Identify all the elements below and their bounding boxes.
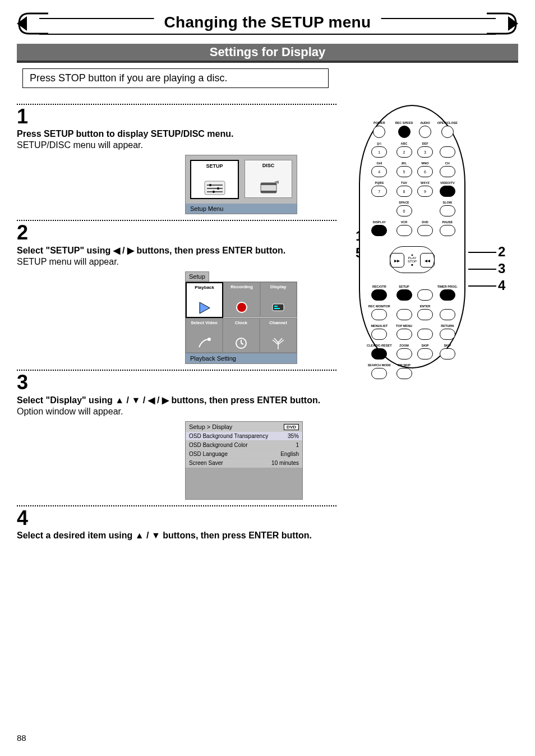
step-4-number: 4	[17, 508, 336, 528]
step-1-number: 1	[17, 107, 336, 127]
remote-button-cell: REC/OTR	[371, 284, 387, 301]
step-4-heading: Select a desired item using ▲ / ▼ button…	[17, 531, 336, 541]
page-number: 88	[17, 733, 26, 743]
remote-button	[441, 126, 454, 138]
remote-button	[417, 225, 433, 236]
osd-tile-setup-label: SETUP	[206, 163, 223, 169]
remote-button-label: DISPLAY	[373, 220, 386, 224]
remote-control-diagram: 1 5 2 3 4	[359, 105, 465, 368]
page-title: Changing the SETUP menu	[154, 13, 381, 31]
osd3-item-bgcolor: OSD Background Color 1	[186, 441, 302, 450]
down-arrow-icon: ▼	[151, 531, 160, 540]
clock-icon	[234, 336, 248, 351]
remote-button-label: @!:	[377, 141, 382, 146]
remote-button	[440, 329, 455, 340]
svg-rect-13	[274, 308, 280, 309]
remote-button-cell: GHI4	[371, 161, 387, 177]
remote-button-label: AUDIO	[420, 121, 430, 125]
remote-button-label: POWER	[373, 121, 385, 125]
right-arrow-icon: ▶	[162, 395, 169, 405]
remote-button-label: SKIP	[422, 343, 429, 348]
remote-button-label: SETUP	[399, 284, 409, 289]
osd-setup-disc-menu: SETUP DISC Setup Menu	[185, 155, 297, 214]
remote-button	[419, 126, 431, 138]
remote-button-cell: DVD	[417, 220, 433, 236]
remote-button	[440, 205, 455, 216]
remote-button-cell: VIDEO/TV	[440, 181, 455, 197]
remote-button-cell: AUDIO	[419, 121, 431, 138]
remote-button-label: SEARCH MODE	[368, 363, 391, 367]
remote-button	[371, 329, 387, 340]
remote-button	[398, 126, 411, 138]
divider	[17, 370, 336, 371]
remote-button-cell: @!:1	[371, 141, 387, 158]
display-panel-icon	[271, 300, 285, 315]
remote-button-label: MENU/LIST	[371, 324, 388, 328]
remote-button: 6	[417, 166, 433, 177]
remote-button: 5	[396, 166, 412, 177]
osd3-item-language: OSD Language English	[186, 450, 302, 459]
remote-button: 3	[417, 146, 433, 158]
remote-button-label: SLOW	[443, 200, 453, 205]
remote-button-label: ZOOM	[399, 343, 409, 348]
remote-button-cell: ZOOM	[396, 343, 412, 359]
osd2-footer: Playback Setting	[185, 353, 297, 364]
osd-display-options: Setup > Display DVD OSD Background Trans…	[185, 421, 303, 500]
remote-button	[440, 186, 455, 197]
callout-3: 3	[498, 261, 505, 276]
remote-button-cell: PAUSE	[440, 220, 455, 236]
remote-button-cell: DISPLAY	[371, 220, 387, 236]
remote-button: 8	[396, 186, 412, 197]
remote-button-label: WXYZ	[421, 181, 430, 185]
step-1-heading: Press SETUP button to display SETUP/DISC…	[17, 129, 336, 139]
remote-button-label: TIMER PROG.	[437, 284, 458, 289]
remote-button-label: VCR	[401, 220, 408, 224]
remote-button-cell: SKIP	[417, 343, 433, 359]
remote-button-label: REC/OTR	[372, 284, 386, 289]
remote-button	[371, 289, 387, 301]
remote-button-cell: TUV8	[396, 181, 412, 197]
osd3-badge: DVD	[284, 424, 299, 430]
svg-point-6	[213, 191, 215, 193]
osd3-item-screensaver: Screen Saver 10 minutes	[186, 459, 302, 468]
remote-button	[417, 289, 433, 301]
remote-button	[396, 348, 412, 359]
remote-button-label: CM SKIP	[398, 363, 411, 367]
antenna-icon	[271, 336, 285, 351]
osd3-breadcrumb: Setup > Display	[189, 423, 232, 430]
remote-button	[371, 309, 387, 320]
remote-button-cell	[396, 304, 412, 320]
remote-button-cell: SPACE0	[396, 200, 412, 216]
osd-tile-disc-label: DISC	[262, 163, 275, 168]
remote-button-cell	[417, 324, 433, 340]
remote-button-label: DVD	[422, 220, 428, 224]
svg-point-10	[237, 302, 247, 312]
remote-button-label: DEF	[422, 141, 428, 146]
remote-button-cell	[440, 304, 455, 320]
divider	[17, 220, 336, 222]
osd3-item-transparency: OSD Background Transparency 35%	[186, 432, 302, 441]
remote-button-label: GHI	[376, 161, 382, 165]
remote-button-cell: TOP MENU	[396, 324, 412, 340]
osd2-cell-playback: Playback	[186, 282, 223, 318]
remote-button-label: PQRS	[375, 181, 384, 185]
callout-2: 2	[498, 244, 505, 260]
remote-button-cell: ENTER	[417, 304, 433, 320]
remote-button-cell: MENU/LIST	[371, 324, 388, 340]
osd2-cell-display: Display	[260, 282, 297, 317]
remote-button	[417, 348, 433, 359]
remote-button-cell	[440, 141, 455, 158]
remote-button	[417, 329, 433, 340]
remote-button-cell: SLOW	[440, 200, 455, 216]
remote-button-cell: OPEN/CLOSE	[437, 121, 458, 138]
remote-button-cell: DEF3	[417, 141, 433, 158]
remote-button-label: PAUSE	[442, 220, 453, 224]
play-triangle-icon	[197, 301, 212, 315]
right-arrow-icon: ▶	[127, 246, 134, 255]
svg-point-4	[209, 184, 211, 186]
page-title-band: Changing the SETUP menu	[17, 13, 518, 38]
step-2-number: 2	[17, 223, 336, 243]
remote-button	[396, 329, 412, 340]
osd1-footer: Setup Menu	[186, 204, 297, 214]
remote-button	[440, 146, 455, 158]
